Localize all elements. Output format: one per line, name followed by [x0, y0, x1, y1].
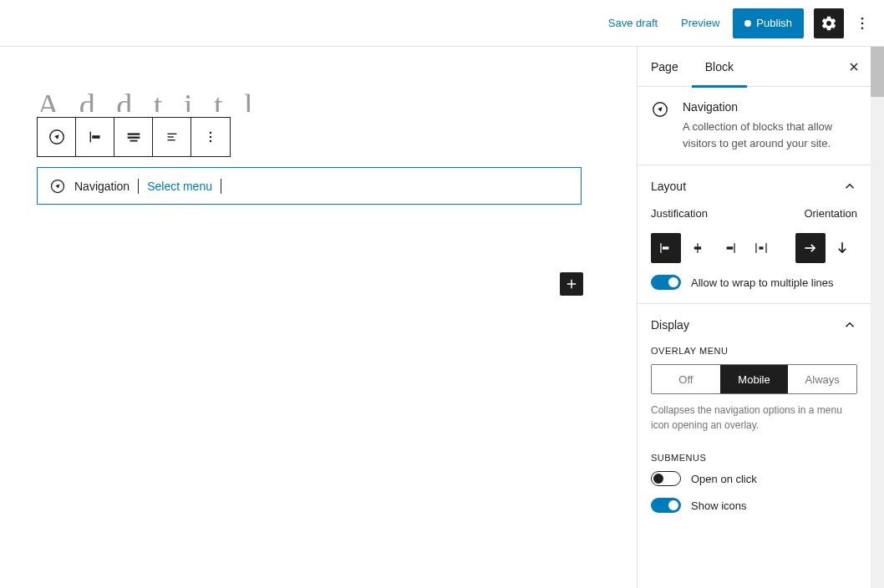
- page-title-placeholder[interactable]: A d d t i t l: [37, 87, 600, 112]
- navigation-block-label: Navigation: [74, 180, 130, 193]
- justify-center-icon: [689, 240, 706, 256]
- submenus-heading: SUBMENUS: [651, 453, 857, 463]
- text-align-icon: [163, 128, 181, 146]
- align-lines-icon: [124, 128, 143, 146]
- display-panel-title: Display: [651, 318, 689, 332]
- editor-canvas[interactable]: A d d t i t l Navigation S: [0, 47, 637, 588]
- layout-panel-toggle[interactable]: Layout: [651, 179, 857, 194]
- overlay-menu-segmented: Off Mobile Always: [651, 364, 857, 394]
- more-vertical-icon: [854, 15, 871, 32]
- show-icons-label: Show icons: [691, 499, 746, 512]
- svg-rect-25: [734, 243, 734, 253]
- justify-left-icon: [86, 128, 104, 146]
- editor-topbar: Save draft Preview Publish: [0, 0, 884, 47]
- overlay-menu-heading: OVERLAY MENU: [651, 346, 857, 356]
- block-toolbar: [37, 117, 231, 157]
- svg-rect-27: [755, 243, 756, 253]
- more-vertical-icon: [202, 129, 219, 145]
- display-panel: Display OVERLAY MENU Off Mobile Always C…: [638, 304, 871, 526]
- add-block-button[interactable]: [560, 272, 583, 296]
- compass-icon: [49, 178, 66, 195]
- orientation-vertical-button[interactable]: [827, 233, 857, 263]
- block-more-button[interactable]: [191, 118, 230, 156]
- sidebar-tabs: Page Block: [638, 47, 871, 87]
- block-info-title: Navigation: [683, 100, 857, 114]
- overlay-always-button[interactable]: Always: [788, 365, 856, 393]
- justify-left-button[interactable]: [651, 233, 681, 263]
- close-sidebar-button[interactable]: [837, 50, 871, 84]
- svg-rect-6: [127, 133, 140, 134]
- svg-point-2: [861, 27, 864, 29]
- save-draft-button[interactable]: Save draft: [598, 10, 668, 36]
- chevron-up-icon: [842, 179, 857, 194]
- status-dot-icon: [744, 20, 751, 27]
- orientation-label: Orientation: [804, 207, 857, 220]
- justification-label: Justification: [651, 207, 708, 220]
- justify-left-icon: [658, 240, 674, 256]
- justification-buttons: [651, 233, 776, 263]
- svg-point-1: [861, 22, 864, 24]
- preview-button[interactable]: Preview: [671, 10, 729, 36]
- tab-page[interactable]: Page: [638, 47, 692, 87]
- divider: [221, 179, 221, 194]
- close-icon: [847, 60, 861, 74]
- svg-point-12: [210, 132, 212, 134]
- justify-space-between-button[interactable]: [746, 233, 776, 263]
- overlay-help-text: Collapses the navigation options in a me…: [651, 403, 857, 433]
- wrap-toggle-label: Allow to wrap to multiple lines: [691, 276, 834, 289]
- justify-right-button[interactable]: [714, 233, 744, 263]
- settings-button[interactable]: [814, 8, 844, 38]
- block-info-panel: Navigation A collection of blocks that a…: [638, 87, 871, 165]
- justify-left-button[interactable]: [76, 118, 114, 156]
- settings-sidebar: Page Block Navigation A collection of bl…: [637, 47, 871, 588]
- scrollbar-track[interactable]: [871, 47, 884, 588]
- svg-rect-29: [760, 246, 764, 249]
- svg-rect-21: [660, 243, 661, 253]
- orientation-horizontal-button[interactable]: [795, 233, 826, 263]
- overlay-mobile-button[interactable]: Mobile: [720, 365, 789, 393]
- more-options-button[interactable]: [847, 8, 877, 38]
- arrow-down-icon: [834, 240, 851, 256]
- navigation-block[interactable]: Navigation Select menu: [37, 167, 582, 205]
- svg-rect-22: [663, 246, 669, 249]
- arrow-right-icon: [802, 240, 819, 256]
- svg-point-14: [210, 140, 212, 143]
- svg-rect-8: [130, 140, 137, 142]
- orientation-buttons: [795, 233, 857, 263]
- display-panel-toggle[interactable]: Display: [651, 317, 857, 332]
- text-align-button[interactable]: [153, 118, 191, 156]
- layout-panel: Layout Justification Orientation: [638, 165, 871, 304]
- tab-block[interactable]: Block: [692, 47, 747, 87]
- chevron-up-icon: [842, 317, 857, 332]
- svg-rect-28: [765, 243, 766, 253]
- gear-icon: [820, 15, 837, 32]
- plus-icon: [564, 276, 579, 291]
- divider: [138, 179, 139, 194]
- svg-rect-26: [727, 246, 734, 249]
- show-icons-toggle[interactable]: [651, 498, 681, 513]
- layout-panel-title: Layout: [651, 180, 686, 193]
- justify-center-button[interactable]: [683, 233, 713, 263]
- compass-icon: [48, 128, 66, 146]
- publish-button[interactable]: Publish: [733, 8, 804, 38]
- svg-point-0: [861, 17, 864, 19]
- svg-rect-24: [694, 246, 701, 249]
- compass-icon: [651, 100, 671, 151]
- editor-layout: A d d t i t l Navigation S: [0, 47, 884, 588]
- publish-button-label: Publish: [756, 17, 792, 29]
- svg-rect-7: [127, 137, 140, 139]
- overlay-off-button[interactable]: Off: [652, 365, 720, 393]
- svg-rect-5: [92, 135, 99, 139]
- svg-point-13: [210, 136, 212, 139]
- align-button[interactable]: [114, 118, 153, 156]
- select-menu-link[interactable]: Select menu: [147, 180, 212, 193]
- open-on-click-toggle[interactable]: [651, 471, 681, 486]
- justify-right-icon: [721, 240, 738, 256]
- svg-rect-4: [89, 132, 90, 143]
- wrap-toggle[interactable]: [651, 275, 681, 290]
- scrollbar-thumb[interactable]: [871, 47, 884, 97]
- block-type-button[interactable]: [38, 118, 76, 156]
- open-on-click-label: Open on click: [691, 473, 757, 485]
- justify-space-between-icon: [753, 240, 770, 256]
- block-info-description: A collection of blocks that allow visito…: [683, 119, 857, 151]
